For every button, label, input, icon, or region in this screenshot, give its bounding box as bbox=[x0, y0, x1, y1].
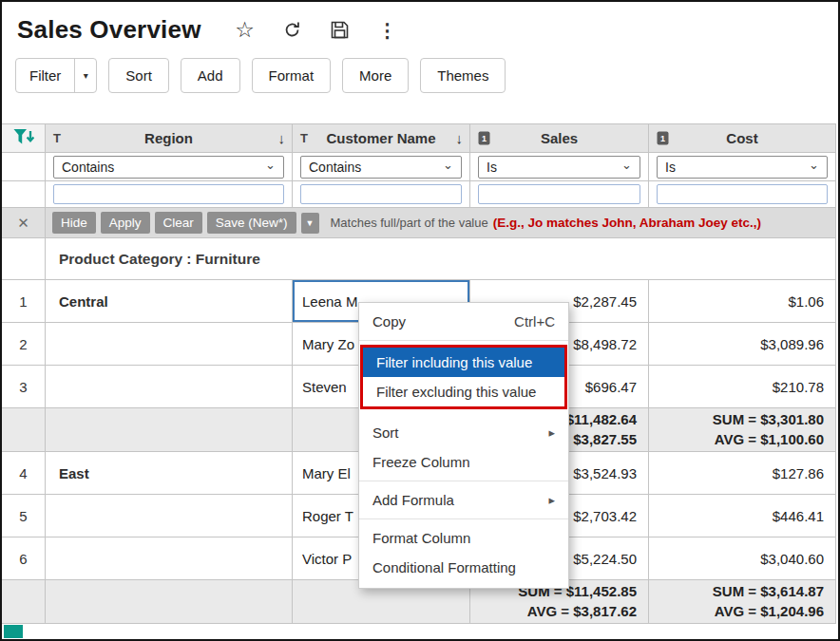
save-dropdown-arrow-icon[interactable]: ▼ bbox=[301, 213, 319, 234]
region-cell[interactable]: Central bbox=[46, 280, 293, 323]
format-button[interactable]: Format bbox=[252, 58, 332, 93]
text-type-icon: T bbox=[300, 131, 308, 145]
filter-funnel-cell[interactable] bbox=[2, 124, 46, 153]
column-header-customer[interactable]: T Customer Name ↓ bbox=[293, 124, 470, 153]
sales-filter-op-cell: Is ⌄ bbox=[470, 153, 649, 181]
cost-filter-input[interactable] bbox=[657, 184, 828, 204]
column-header-region[interactable]: T Region ↓ bbox=[46, 124, 293, 153]
numeric-type-icon: 1 bbox=[657, 131, 669, 145]
menu-item-add-formula-label: Add Formula bbox=[372, 492, 454, 508]
chevron-down-icon: ⌄ bbox=[443, 158, 453, 172]
cost-summary-cell: SUM = $3,614.87 AVG = $1,204.96 bbox=[649, 580, 836, 624]
svg-text:1: 1 bbox=[482, 134, 487, 143]
hide-button[interactable]: Hide bbox=[52, 212, 96, 234]
cost-cell[interactable]: $446.41 bbox=[649, 495, 836, 537]
cost-cell[interactable]: $3,089.96 bbox=[649, 323, 836, 366]
customer-filter-operator[interactable]: Contains ⌄ bbox=[300, 156, 462, 179]
column-header-cost[interactable]: 1 Cost bbox=[649, 124, 836, 153]
sort-desc-icon: ↓ bbox=[456, 130, 464, 146]
filter-button[interactable]: Filter ▾ bbox=[15, 58, 97, 93]
menu-item-format-column-label: Format Column bbox=[372, 530, 470, 546]
annotation-highlight-box: Filter including this value Filter exclu… bbox=[360, 345, 567, 409]
gutter-cell bbox=[2, 238, 46, 280]
menu-separator bbox=[359, 481, 568, 481]
summary-gutter-cell bbox=[2, 408, 46, 452]
text-type-icon: T bbox=[53, 131, 61, 145]
row-number[interactable]: 4 bbox=[2, 452, 46, 495]
row-number[interactable]: 6 bbox=[2, 537, 46, 580]
menu-item-copy[interactable]: Copy Ctrl+C bbox=[359, 307, 568, 336]
filter-example-text: (E.g., Jo matches John, Abraham Joey etc… bbox=[493, 216, 761, 230]
more-options-icon[interactable]: ⋮ bbox=[376, 19, 399, 42]
cost-cell[interactable]: $1.06 bbox=[649, 280, 836, 323]
customer-filter-input-cell bbox=[293, 181, 470, 208]
menu-item-filter-excluding[interactable]: Filter excluding this value bbox=[363, 377, 564, 406]
cost-filter-operator-value: Is bbox=[665, 160, 676, 175]
region-filter-input-cell bbox=[46, 181, 293, 208]
cost-cell[interactable]: $210.78 bbox=[649, 366, 836, 408]
numeric-type-icon: 1 bbox=[478, 131, 490, 145]
titlebar: Sales Overview ☆ ⋮ bbox=[2, 2, 838, 48]
row-number[interactable]: 1 bbox=[2, 280, 46, 323]
menu-item-filter-excluding-label: Filter excluding this value bbox=[376, 384, 536, 400]
save-icon[interactable] bbox=[329, 19, 352, 42]
themes-button[interactable]: Themes bbox=[420, 58, 506, 93]
menu-item-filter-including[interactable]: Filter including this value bbox=[363, 348, 564, 377]
submenu-arrow-icon: ▸ bbox=[548, 425, 555, 440]
cost-filter-input-cell bbox=[649, 181, 836, 208]
gutter-cell bbox=[2, 181, 46, 208]
summary-gutter-cell bbox=[2, 580, 46, 624]
row-number[interactable]: 5 bbox=[2, 495, 46, 537]
region-filter-input[interactable] bbox=[53, 184, 284, 204]
filter-funnel-icon bbox=[13, 128, 34, 149]
summary-empty-cell bbox=[46, 580, 293, 624]
refresh-icon[interactable] bbox=[281, 19, 304, 42]
more-button[interactable]: More bbox=[342, 58, 409, 93]
cost-cell[interactable]: $127.86 bbox=[649, 452, 836, 495]
row-number[interactable]: 3 bbox=[2, 366, 46, 408]
clear-button[interactable]: Clear bbox=[155, 212, 202, 234]
column-header-sales[interactable]: 1 Sales bbox=[470, 124, 649, 153]
filter-button-label: Filter bbox=[16, 59, 74, 92]
sales-filter-input[interactable] bbox=[478, 184, 640, 204]
menu-item-freeze-column[interactable]: Freeze Column bbox=[359, 447, 568, 477]
column-header-customer-label: Customer Name bbox=[326, 130, 435, 146]
cost-summary-cell: SUM = $3,301.80 AVG = $1,100.60 bbox=[649, 408, 836, 452]
filter-action-bar: Hide Apply Clear Save (New*) ▼ Matches f… bbox=[46, 208, 836, 238]
menu-separator bbox=[359, 518, 568, 519]
sales-filter-operator[interactable]: Is ⌄ bbox=[478, 156, 640, 179]
column-header-sales-label: Sales bbox=[541, 130, 578, 146]
page-title: Sales Overview bbox=[17, 15, 201, 45]
menu-item-conditional-formatting[interactable]: Conditional Formatting bbox=[359, 553, 568, 582]
column-header-cost-label: Cost bbox=[726, 130, 757, 146]
favorite-star-icon[interactable]: ☆ bbox=[234, 19, 257, 42]
region-cell[interactable] bbox=[46, 366, 293, 408]
cost-filter-operator[interactable]: Is ⌄ bbox=[657, 156, 828, 179]
region-cell[interactable] bbox=[46, 323, 293, 366]
app-window: Sales Overview ☆ ⋮ Filter ▾ Sort Add For… bbox=[0, 0, 840, 641]
apply-button[interactable]: Apply bbox=[101, 212, 150, 234]
chevron-down-icon: ⌄ bbox=[621, 158, 632, 172]
region-cell[interactable]: East bbox=[46, 452, 293, 495]
cost-sum-value: SUM = $3,301.80 bbox=[713, 410, 824, 429]
row-number[interactable]: 2 bbox=[2, 323, 46, 366]
cost-cell[interactable]: $3,040.60 bbox=[649, 537, 836, 580]
filter-dropdown-arrow-icon[interactable]: ▾ bbox=[74, 59, 96, 92]
chevron-down-icon: ⌄ bbox=[809, 158, 819, 172]
region-cell[interactable] bbox=[46, 537, 293, 580]
region-filter-operator[interactable]: Contains ⌄ bbox=[53, 156, 284, 179]
sort-button[interactable]: Sort bbox=[108, 58, 169, 93]
save-new-button[interactable]: Save (New*) bbox=[207, 212, 296, 234]
region-filter-op-cell: Contains ⌄ bbox=[46, 153, 293, 181]
group-header: Product Category : Furniture bbox=[46, 238, 836, 280]
menu-item-format-column[interactable]: Format Column bbox=[359, 523, 568, 553]
cost-avg-value: AVG = $1,204.96 bbox=[715, 602, 824, 621]
menu-item-add-formula[interactable]: Add Formula ▸ bbox=[359, 485, 568, 515]
add-button[interactable]: Add bbox=[181, 58, 240, 93]
copy-shortcut: Ctrl+C bbox=[514, 313, 555, 330]
gutter-cell bbox=[2, 153, 46, 181]
customer-filter-input[interactable] bbox=[300, 184, 462, 204]
close-filter-icon[interactable]: ✕ bbox=[2, 208, 46, 238]
region-cell[interactable] bbox=[46, 495, 293, 537]
menu-item-sort[interactable]: Sort ▸ bbox=[359, 418, 568, 447]
